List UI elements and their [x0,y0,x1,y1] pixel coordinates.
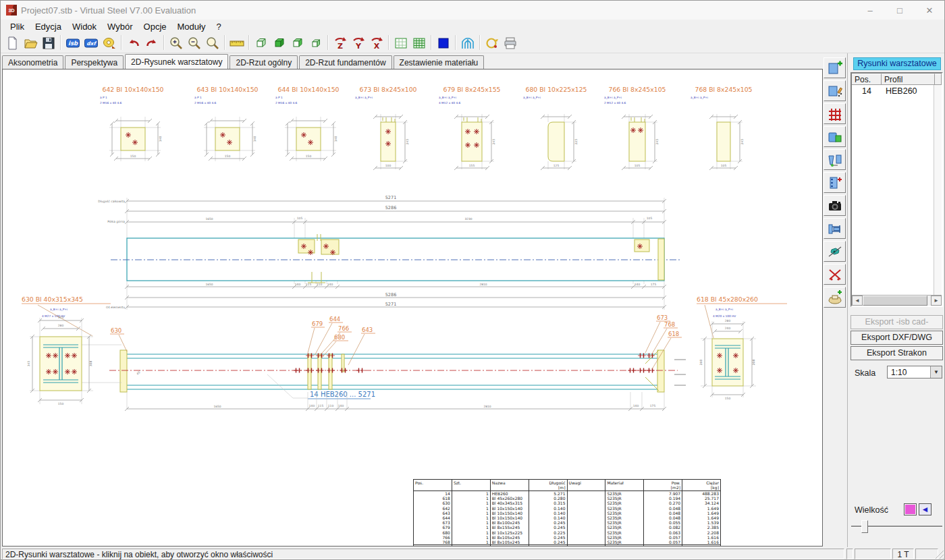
svg-text:140: 140 [159,136,162,142]
svg-text:a P 1: a P 1 [275,96,283,99]
menu-item-modu-y[interactable]: Moduły [172,20,211,33]
tab-perspektywa[interactable]: Perspektywa [65,55,124,69]
status-cell-scale: 1 T [892,549,914,559]
drawing-canvas[interactable]: 642 Bl 10x140x150a P 12 M16 x 40 4.61401… [2,69,823,547]
svg-text:644: 644 [329,316,340,323]
list-horizontal-scrollbar[interactable]: ◄ ► [852,295,942,306]
plate-detail-643[interactable]: 643 Bl 10x140x150a P 12 M16 x 40 4.61401… [184,84,271,186]
toolbar-button-isb-export[interactable]: isb [63,34,82,52]
toolbar-button-zoom-in[interactable] [167,34,185,52]
scroll-left-arrow-icon[interactable]: ◄ [852,296,863,306]
side-button-red-grid[interactable] [824,103,846,124]
menu-item--[interactable]: ? [211,20,226,33]
toolbar-button-view-small[interactable] [306,34,325,52]
toolbar-button-background-color[interactable] [434,34,452,52]
plate-detail-768[interactable]: 768 Bl 8x245x105a_B+i a_P+i245105 [680,84,767,186]
side-button-export-part[interactable] [824,287,846,308]
parts-row: 6791Bl 8x155x2450.245S235JR0.0822.385 [414,525,721,530]
toolbar-separator [452,35,458,51]
profile-list[interactable]: Pos. Profil 14HEB260 ◄ ► [850,72,943,307]
svg-text:2 M12 x 40 4.6: 2 M12 x 40 4.6 [604,101,626,105]
svg-text:673 Bl 8x245x100: 673 Bl 8x245x100 [359,86,416,93]
toolbar-button-zoom-out[interactable] [185,34,203,52]
side-button-connection[interactable] [824,218,846,239]
toolbar-button-view-solid[interactable] [270,34,288,52]
list-col-profil[interactable]: Profil [882,74,935,85]
menu-item-edycja[interactable]: Edycja [30,20,67,33]
scrollbar-thumb[interactable] [863,296,927,306]
scroll-right-arrow-icon[interactable]: ► [931,296,942,306]
toolbar-button-grid-large[interactable] [410,34,428,52]
toolbar-button-save-file[interactable] [39,34,57,52]
multi-view-icon [827,152,843,168]
svg-text:768 Bl 8x245x105: 768 Bl 8x245x105 [695,86,752,93]
plate-detail-679[interactable]: 679 Bl 8x245x155a_B+i a_P+i4 M12 x 40 4.… [428,84,516,186]
plate-detail-766[interactable]: 766 Bl 8x245x105a_B+i a_P+i2 M12 x 40 4.… [593,84,681,186]
chevron-down-icon[interactable]: ▼ [930,366,942,378]
side-button-camera[interactable] [824,195,846,216]
toolbar-button-redo[interactable] [142,34,161,52]
menu-item-widok[interactable]: Widok [67,20,102,33]
toolbar-button-rotate-z[interactable]: Z [331,34,349,52]
tab-aksonometria[interactable]: Aksonometria [2,55,63,69]
menu-item-wyb-r[interactable]: Wybór [102,20,138,33]
side-button-copy-element[interactable] [824,126,846,147]
side-button-bolt[interactable] [824,241,846,262]
list-col-pos[interactable]: Pos. [852,74,882,85]
toolbar-button-open-file[interactable] [21,34,39,52]
close-button[interactable]: ✕ [915,1,944,20]
tab-2d-rysunek-warsztatowy[interactable]: 2D-Rysunek warsztatowy [125,54,228,69]
size-color-button[interactable] [904,503,917,515]
toolbar-button-new-file[interactable] [3,34,21,52]
export-strakon-button[interactable]: Eksport Strakon [850,346,943,360]
scale-select[interactable]: 1:10 ▼ [887,366,942,379]
toolbar-button-print[interactable] [501,34,519,52]
profile-list-row[interactable]: 14HEB260 [852,85,942,96]
export-dxf-dwg-button[interactable]: Eksport DXF/DWG [850,331,943,345]
side-button-edit-element[interactable] [824,80,846,101]
side-button-add-element[interactable] [824,57,846,78]
status-cell-d [915,549,938,559]
toolbar-button-measure[interactable] [227,34,246,52]
background-color-icon [435,35,452,51]
toolbar-button-drawing-export[interactable] [100,34,118,52]
maximize-button[interactable]: □ [885,1,915,20]
minimize-button[interactable]: – [855,1,885,20]
side-button-multi-view[interactable] [824,149,846,170]
parts-row: 7681Bl 8x105x2450.245S235JR0.0571.616 [414,540,721,545]
grid-small-icon [393,35,409,51]
plate-detail-644[interactable]: 644 Bl 10x140x150a P 12 M16 x 40 4.61401… [265,84,352,186]
scale-value: 1:10 [888,366,930,378]
size-arrow-button[interactable]: ◄ [919,503,932,515]
toolbar-button-refresh-drawing[interactable] [483,34,501,52]
toolbar-button-frame-structure[interactable] [458,34,477,52]
svg-text:175: 175 [650,404,656,408]
toolbar-button-dxf-export[interactable]: dxf [82,34,100,52]
tab-2d-rzut-fundament-w[interactable]: 2D-Rzut fundamentów [299,55,392,69]
status-message: 2D-Rysunki warsztatowe - kliknij na obie… [2,549,844,559]
side-button-add-points[interactable] [824,172,846,193]
svg-text:110: 110 [317,283,323,286]
plate-detail-680[interactable]: 680 Bl 10x225x125a_B+i a_P+i225125 [512,84,600,186]
camera-icon [827,198,843,214]
plate-detail-642[interactable]: 642 Bl 10x140x150a P 12 M16 x 40 4.61401… [89,84,177,186]
toolbar-button-rotate-y[interactable]: Y [349,34,367,52]
status-bar: 2D-Rysunki warsztatowe - kliknij na obie… [1,547,944,560]
toolbar-button-view-iso[interactable] [252,34,270,52]
menu-item-opcje[interactable]: Opcje [138,20,172,33]
toolbar-button-view-faces[interactable] [288,34,306,52]
toolbar-button-grid-small[interactable] [392,34,410,52]
svg-text:115: 115 [318,404,324,408]
plate-detail-673[interactable]: 673 Bl 8x245x100a_B+i a_P+i245100 [344,84,432,186]
toolbar-button-undo[interactable] [124,34,142,52]
toolbar-button-zoom-previous[interactable] [203,34,221,52]
svg-text:X: X [373,42,379,51]
side-button-cut[interactable] [824,264,846,285]
tab-2d-rzut-og-lny[interactable]: 2D-Rzut ogólny [230,55,298,69]
toolbar-button-rotate-x[interactable]: X [367,34,385,52]
size-slider-handle[interactable] [861,520,868,533]
menu-item-plik[interactable]: Plik [5,20,30,33]
tab-zestawienie-materia-u[interactable]: Zestawienie materiału [394,55,485,69]
list-vertical-scrollbar[interactable] [934,85,942,296]
svg-text:150: 150 [130,155,136,158]
